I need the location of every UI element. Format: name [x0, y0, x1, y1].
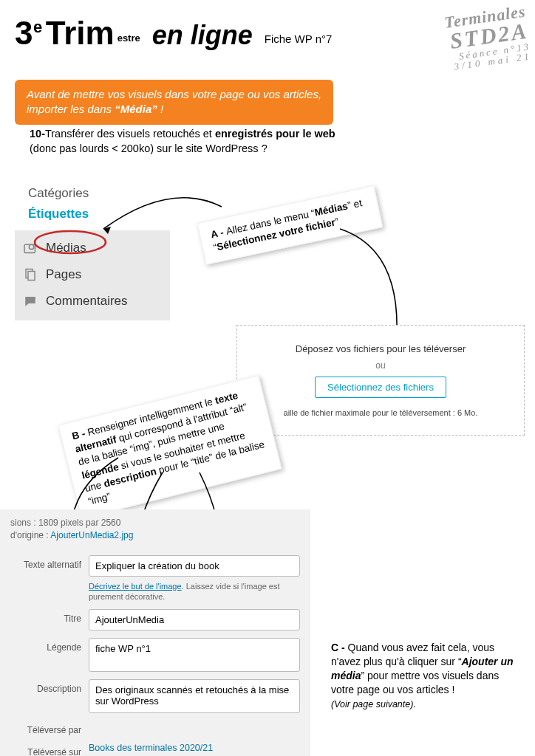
sidebar-tags[interactable]: Étiquettes — [28, 207, 177, 221]
q10-c: (donc pas lourds < 200ko) sur le site Wo… — [30, 142, 268, 154]
title-estre: estre — [117, 32, 140, 44]
sidebar-comments-label: Commentaires — [46, 294, 128, 309]
media-details-panel: sions : 1809 pixels par 2560 d'origine :… — [0, 509, 310, 756]
description-input[interactable]: Des originaux scannés et retouchés à la … — [89, 679, 300, 713]
question-10: 10-Transférer des visuels retouchés et e… — [30, 127, 347, 156]
uploaded-on-field: Téléversé sur Books des terminales 2020/… — [10, 743, 300, 756]
step-c-note: (Voir page suivante). — [331, 699, 416, 709]
title-field: Titre — [10, 609, 300, 630]
uploaded-by-label: Téléversé par — [10, 721, 81, 735]
title-input[interactable] — [89, 609, 300, 630]
alt-help-link[interactable]: Décrivez le but de l'image — [89, 582, 182, 591]
alt-help: Décrivez le but de l'image. Laissez vide… — [89, 581, 300, 602]
q10-b: enregistrés pour le web — [215, 128, 335, 140]
sidebar-item-comments[interactable]: Commentaires — [15, 288, 170, 315]
banner-line1: Avant de mettre vos visuels dans votre p… — [27, 88, 321, 100]
pages-icon — [22, 268, 38, 281]
title-enligne: en ligne — [152, 20, 253, 51]
upload-or: ou — [375, 360, 385, 371]
uploaded-by-field: Téléversé par — [10, 721, 300, 735]
title-trim: Trim — [46, 15, 115, 52]
legende-field: Légende fiche WP n°1 — [10, 638, 300, 672]
title-label: Titre — [10, 609, 81, 624]
sidebar-box: Médias Pages Commentaires — [15, 230, 170, 320]
step-c-text: C - Quand vous avez fait cela, vous n'av… — [331, 641, 522, 710]
alt-label: Texte alternatif — [10, 555, 81, 570]
step-b-card: B - Renseigner intelligemment le texte a… — [58, 375, 282, 519]
class-stamp: Terminales STD2A Séance n°13 3/10 mai 21 — [443, 4, 532, 72]
sidebar-categories[interactable]: Catégories — [28, 186, 177, 201]
uploaded-on-label: Téléversé sur — [10, 743, 81, 756]
step-a-card: A - Allez dans le menu “Médias” et “Séle… — [197, 185, 384, 265]
sidebar-item-pages[interactable]: Pages — [15, 261, 170, 288]
legende-label: Légende — [10, 638, 81, 653]
title-e: e — [33, 18, 43, 36]
sidebar-pages-label: Pages — [46, 267, 81, 282]
select-files-button[interactable]: Sélectionnez des fichiers — [315, 377, 446, 398]
svg-rect-3 — [28, 272, 35, 281]
svg-point-1 — [29, 244, 33, 249]
media-meta: sions : 1809 pixels par 2560 d'origine :… — [10, 517, 300, 548]
dims-label: sions : — [10, 518, 36, 528]
orig-label: d'origine : — [10, 530, 49, 540]
description-field: Description Des originaux scannés et ret… — [10, 679, 300, 713]
title-fiche: Fiche WP n°7 — [265, 32, 333, 45]
alt-text-input[interactable] — [89, 555, 300, 577]
uploaded-on-link[interactable]: Books des terminales 2020/21 — [89, 743, 213, 753]
q10-number: 10- — [30, 128, 45, 140]
q10-a: Transférer des visuels retouchés et — [45, 128, 215, 140]
sidebar-media-label: Médias — [46, 241, 86, 255]
title-3: 3 — [15, 15, 33, 51]
description-label: Description — [10, 679, 81, 694]
step-a-b1: Médias — [313, 200, 349, 218]
intro-banner: Avant de mettre vos visuels dans votre p… — [15, 80, 333, 125]
orig-filename[interactable]: AjouterUnMedia2.jpg — [50, 530, 133, 540]
step-c-lead: C - — [331, 642, 348, 653]
banner-line2a: importer les dans — [27, 103, 115, 115]
upload-caption: aille de fichier maximale pour le téléve… — [284, 408, 478, 417]
legende-input[interactable]: fiche WP n°1 — [89, 638, 300, 672]
sidebar-item-media[interactable]: Médias — [15, 235, 170, 261]
wp-sidebar: Catégories Étiquettes Médias Pages Comme… — [15, 182, 177, 320]
alt-text-field: Texte alternatif — [10, 555, 300, 577]
upload-drop-text: Déposez vos fichiers pour les téléverser — [296, 343, 466, 354]
comments-icon — [22, 295, 38, 308]
banner-line2b: ! — [157, 103, 163, 115]
dims-value: 1809 pixels par 2560 — [38, 518, 120, 528]
upload-dropzone[interactable]: Déposez vos fichiers pour les téléverser… — [236, 325, 525, 436]
media-icon — [22, 242, 38, 254]
banner-media: “Média” — [115, 103, 157, 115]
